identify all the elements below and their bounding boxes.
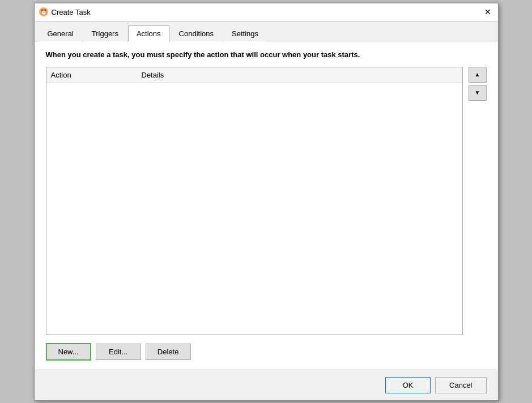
create-task-window: ⏰ Create Task ✕ General Triggers Actions… (34, 3, 499, 401)
tab-bar: General Triggers Actions Conditions Sett… (35, 22, 498, 41)
main-row: Action Details ▲ ▼ (46, 67, 487, 335)
column-details-header: Details (142, 71, 458, 79)
move-up-button[interactable]: ▲ (469, 67, 487, 83)
content-area: When you create a task, you must specify… (35, 41, 498, 370)
window-icon: ⏰ (39, 7, 48, 16)
edit-button[interactable]: Edit... (96, 344, 141, 360)
table-body (46, 83, 462, 310)
window-title: Create Task (52, 8, 91, 16)
tab-triggers[interactable]: Triggers (83, 25, 127, 41)
tab-settings[interactable]: Settings (223, 25, 267, 41)
side-buttons: ▲ ▼ (469, 67, 487, 335)
description-text: When you create a task, you must specify… (46, 50, 487, 59)
footer-area: OK Cancel (35, 370, 498, 400)
close-button[interactable]: ✕ (482, 7, 493, 17)
title-bar: ⏰ Create Task ✕ (35, 3, 498, 22)
cancel-button[interactable]: Cancel (435, 377, 486, 393)
action-buttons-row: New... Edit... Delete (46, 343, 487, 361)
tab-conditions[interactable]: Conditions (171, 25, 222, 41)
actions-table: Action Details (46, 67, 463, 335)
delete-button[interactable]: Delete (146, 344, 191, 360)
ok-button[interactable]: OK (385, 377, 431, 393)
tab-actions[interactable]: Actions (128, 25, 169, 41)
tab-general[interactable]: General (39, 25, 82, 41)
table-header: Action Details (46, 67, 462, 83)
move-down-button[interactable]: ▼ (469, 85, 487, 101)
new-button[interactable]: New... (46, 343, 91, 361)
column-action-header: Action (51, 71, 142, 79)
title-bar-left: ⏰ Create Task (39, 7, 91, 16)
